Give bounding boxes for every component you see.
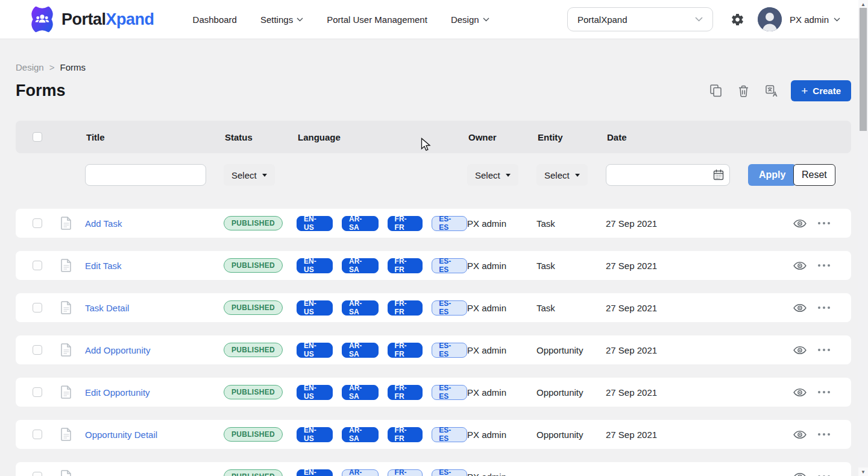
language-badge: AR-SA bbox=[342, 385, 379, 400]
date-cell: 27 Sep 2021 bbox=[606, 430, 793, 440]
main-nav: Dashboard Settings Portal User Managemen… bbox=[193, 14, 489, 25]
apply-button[interactable]: Apply bbox=[748, 164, 796, 186]
row-checkbox[interactable] bbox=[33, 261, 42, 270]
nav-item-portal-user-management[interactable]: Portal User Management bbox=[327, 14, 427, 25]
chevron-down-icon bbox=[297, 17, 303, 22]
user-menu[interactable]: PX admin bbox=[790, 14, 840, 25]
table-body: Add Task PUBLISHED EN-USAR-SAFR-FRES-ES … bbox=[16, 209, 851, 476]
row-checkbox[interactable] bbox=[33, 218, 42, 228]
row-checkbox[interactable] bbox=[33, 472, 42, 476]
header-checkbox-cell bbox=[16, 132, 61, 142]
ellipsis-menu-icon[interactable] bbox=[818, 473, 830, 476]
row-checkbox[interactable] bbox=[33, 345, 42, 355]
language-badge: ES-ES bbox=[432, 300, 467, 316]
ellipsis-menu-icon[interactable] bbox=[818, 304, 830, 311]
form-title-link[interactable]: Task Detail bbox=[85, 303, 129, 313]
language-badge: ES-ES bbox=[432, 258, 467, 273]
create-button[interactable]: + Create bbox=[791, 80, 851, 101]
row-checkbox[interactable] bbox=[33, 430, 42, 439]
eye-icon[interactable] bbox=[793, 430, 807, 439]
eye-icon[interactable] bbox=[793, 388, 807, 397]
row-checkbox[interactable] bbox=[33, 303, 42, 313]
nav-item-dashboard[interactable]: Dashboard bbox=[193, 14, 237, 25]
breadcrumb-separator: > bbox=[49, 62, 55, 72]
row-checkbox-cell bbox=[16, 261, 61, 270]
eye-icon[interactable] bbox=[793, 472, 807, 476]
form-title-link[interactable]: Add Task bbox=[85, 218, 122, 229]
form-title-link[interactable]: Edit Task bbox=[85, 261, 122, 271]
eye-icon[interactable] bbox=[793, 219, 807, 228]
owner-cell: PX admin bbox=[467, 218, 536, 229]
top-navbar: PortalXpand Dashboard Settings Portal Us… bbox=[0, 0, 868, 39]
user-avatar[interactable] bbox=[758, 7, 782, 31]
entity-cell: Task bbox=[536, 303, 606, 313]
status-filter-select[interactable]: Select bbox=[224, 164, 275, 186]
nav-label: Settings bbox=[260, 14, 293, 25]
eye-icon[interactable] bbox=[793, 303, 807, 313]
trash-icon[interactable] bbox=[736, 83, 751, 100]
scrollbar-thumb[interactable] bbox=[860, 8, 867, 131]
status-badge: PUBLISHED bbox=[224, 343, 283, 357]
copy-icon[interactable] bbox=[708, 82, 724, 100]
language-badge: EN-US bbox=[297, 385, 333, 400]
table-header-row: Title Status Language Owner Entity Date bbox=[16, 121, 851, 153]
ellipsis-menu-icon[interactable] bbox=[818, 262, 830, 269]
scroll-up-arrow-icon[interactable]: ▲ bbox=[858, 0, 868, 8]
language-badge: EN-US bbox=[297, 343, 333, 358]
breadcrumb-design[interactable]: Design bbox=[16, 62, 44, 72]
navbar-right: PortalXpand PX admin bbox=[567, 7, 840, 31]
form-title-link[interactable]: Opportunity Detail bbox=[85, 430, 157, 440]
table-row: Add Opportunity PUBLISHED EN-USAR-SAFR-F… bbox=[16, 335, 851, 364]
language-badge: EN-US bbox=[297, 258, 333, 273]
select-label: Select bbox=[231, 170, 257, 180]
ellipsis-menu-icon[interactable] bbox=[818, 220, 830, 227]
entity-cell: Opportunity bbox=[536, 430, 606, 440]
nav-item-settings[interactable]: Settings bbox=[260, 14, 303, 25]
translate-icon[interactable] bbox=[763, 83, 780, 100]
vertical-scrollbar[interactable]: ▲ ▼ bbox=[858, 0, 868, 476]
reset-button[interactable]: Reset bbox=[793, 164, 835, 186]
owner-cell: PX admin bbox=[467, 387, 536, 398]
ellipsis-menu-icon[interactable] bbox=[818, 389, 830, 396]
column-header-language[interactable]: Language bbox=[297, 132, 467, 142]
row-checkbox[interactable] bbox=[33, 387, 42, 397]
ellipsis-menu-icon[interactable] bbox=[818, 346, 830, 354]
ellipsis-menu-icon[interactable] bbox=[818, 431, 830, 438]
language-badge: FR-FR bbox=[388, 258, 423, 273]
nav-item-design[interactable]: Design bbox=[451, 14, 489, 25]
date-filter-input[interactable] bbox=[606, 164, 730, 186]
calendar-icon[interactable] bbox=[713, 169, 724, 183]
eye-icon[interactable] bbox=[793, 261, 807, 270]
language-badges: EN-USAR-SAFR-FRES-ES bbox=[297, 427, 467, 442]
row-checkbox-cell bbox=[16, 387, 61, 397]
eye-icon[interactable] bbox=[793, 346, 807, 355]
status-badge: PUBLISHED bbox=[224, 216, 283, 230]
entity-filter-select[interactable]: Select bbox=[536, 164, 588, 186]
select-all-checkbox[interactable] bbox=[33, 132, 42, 142]
language-badge: FR-FR bbox=[388, 385, 423, 400]
title-row: Forms bbox=[16, 80, 851, 101]
form-title-link[interactable]: Add Opportunity bbox=[85, 345, 150, 355]
row-checkbox-cell bbox=[16, 218, 61, 228]
column-header-status[interactable]: Status bbox=[224, 132, 297, 142]
filter-row: Select Select Select bbox=[16, 164, 851, 186]
row-actions bbox=[793, 346, 851, 355]
form-title-link[interactable]: Edit Opportunity bbox=[85, 387, 150, 398]
brand-logo[interactable]: PortalXpand bbox=[29, 6, 154, 33]
language-badge: FR-FR bbox=[388, 469, 423, 476]
column-header-owner[interactable]: Owner bbox=[467, 132, 536, 142]
status-badge: PUBLISHED bbox=[224, 385, 283, 399]
scroll-down-arrow-icon[interactable]: ▼ bbox=[858, 468, 868, 476]
portal-select-dropdown[interactable]: PortalXpand bbox=[567, 7, 713, 31]
date-cell: 27 Sep 2021 bbox=[606, 387, 793, 398]
status-badge: PUBLISHED bbox=[224, 258, 283, 273]
table-row: Opportunity Detail PUBLISHED EN-USAR-SAF… bbox=[16, 420, 851, 449]
language-badge: FR-FR bbox=[388, 216, 423, 231]
gear-icon[interactable] bbox=[731, 13, 744, 27]
column-header-title[interactable]: Title bbox=[85, 132, 224, 142]
table-row: Edit Task PUBLISHED EN-USAR-SAFR-FRES-ES… bbox=[16, 251, 851, 280]
column-header-entity[interactable]: Entity bbox=[536, 132, 606, 142]
title-filter-input[interactable] bbox=[85, 164, 206, 186]
column-header-date[interactable]: Date bbox=[606, 132, 793, 142]
owner-filter-select[interactable]: Select bbox=[467, 164, 518, 186]
